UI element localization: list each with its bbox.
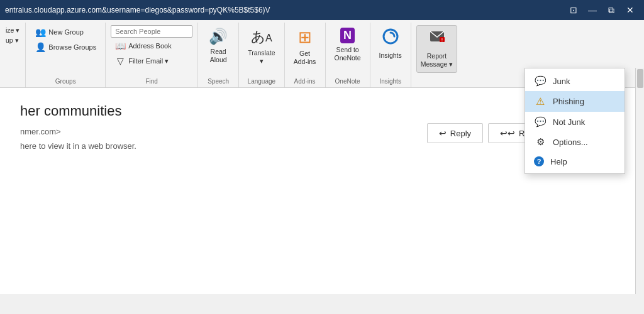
ribbon-onenote-section: N Send toOneNote OneNote bbox=[326, 23, 370, 87]
ribbon-report-section: ! ReportMessage ▾ bbox=[411, 23, 463, 87]
addins-section-label: Add-ins bbox=[294, 78, 316, 87]
addins-items: ⊞ GetAdd-ins bbox=[290, 25, 320, 78]
ribbon-find-section: 📖 Address Book ▽ Filter Email ▾ Find bbox=[106, 23, 198, 87]
search-people-input[interactable] bbox=[111, 25, 192, 38]
translate-icon: あA bbox=[251, 28, 272, 46]
translate-label: Translate▾ bbox=[248, 49, 275, 65]
not-junk-icon: 💬 bbox=[534, 116, 547, 127]
help-icon: ? bbox=[534, 156, 544, 166]
junk-label: Junk bbox=[553, 77, 570, 86]
address-book-btn[interactable]: 📖 Address Book bbox=[111, 39, 192, 53]
minimize-btn[interactable]: — bbox=[584, 3, 601, 18]
get-addins-btn[interactable]: ⊞ GetAdd-ins bbox=[290, 25, 320, 73]
dropdown-item-junk[interactable]: 💬 Junk bbox=[525, 71, 625, 91]
browse-groups-btn[interactable]: 👤 Browse Groups bbox=[31, 40, 100, 54]
ribbon-left-cut: ize ▾ up ▾ bbox=[0, 23, 26, 87]
dropdown-item-options[interactable]: ⚙ Options... bbox=[525, 132, 625, 152]
report-items: ! ReportMessage ▾ bbox=[416, 25, 458, 85]
filter-email-icon: ▽ bbox=[114, 56, 126, 66]
insights-label: Insights bbox=[379, 51, 402, 60]
groups-btn-group: 👥 New Group 👤 Browse Groups bbox=[31, 25, 100, 73]
title-bar: entralus.cloudapp.azure.com&username=die… bbox=[0, 0, 644, 20]
filter-email-btn[interactable]: ▽ Filter Email ▾ bbox=[111, 54, 192, 68]
new-group-icon: 👥 bbox=[35, 27, 46, 37]
read-aloud-label: ReadAloud bbox=[210, 48, 227, 63]
report-message-btn[interactable]: ! ReportMessage ▾ bbox=[416, 25, 458, 73]
find-section-label: Find bbox=[145, 78, 157, 87]
scrollbar[interactable] bbox=[635, 68, 644, 294]
cut-label bbox=[4, 85, 21, 87]
read-aloud-icon: 🔊 bbox=[209, 28, 228, 45]
window-controls: ⊡ — ⧉ ✕ bbox=[565, 3, 639, 18]
onenote-label: Send toOneNote bbox=[335, 46, 361, 62]
ribbon-speech-section: 🔊 ReadAloud Speech bbox=[198, 23, 239, 87]
get-addins-icon: ⊞ bbox=[298, 28, 312, 47]
ribbon-insights-section: Insights Insights bbox=[370, 23, 411, 87]
report-message-dropdown: 💬 Junk ⚠ Phishing 💬 Not Junk ⚙ Options..… bbox=[525, 68, 625, 174]
up-btn[interactable]: up ▾ bbox=[4, 35, 21, 45]
options-label: Options... bbox=[553, 138, 588, 147]
options-icon: ⚙ bbox=[534, 136, 547, 148]
new-group-btn[interactable]: 👥 New Group bbox=[31, 25, 100, 39]
insights-items: Insights bbox=[375, 25, 406, 78]
speech-items: 🔊 ReadAloud bbox=[203, 25, 233, 78]
send-to-onenote-btn[interactable]: N Send toOneNote bbox=[331, 25, 365, 73]
find-btn-group: 📖 Address Book ▽ Filter Email ▾ bbox=[111, 25, 192, 73]
restore-btn[interactable]: ⊡ bbox=[565, 3, 582, 18]
reply-label: Reply bbox=[450, 129, 471, 138]
groups-section-label: Groups bbox=[55, 78, 76, 87]
language-section-label: Language bbox=[248, 78, 276, 87]
close-btn[interactable]: ✕ bbox=[621, 3, 639, 18]
help-label: Help bbox=[550, 157, 567, 166]
report-message-icon: ! bbox=[428, 28, 446, 50]
report-message-label: ReportMessage ▾ bbox=[421, 52, 453, 68]
dropdown-item-help[interactable]: ? Help bbox=[525, 152, 625, 171]
reply-icon: ↩ bbox=[439, 128, 447, 138]
reply-btn[interactable]: ↩ Reply bbox=[427, 123, 483, 143]
phishing-icon: ⚠ bbox=[534, 95, 547, 107]
onenote-items: N Send toOneNote bbox=[331, 25, 365, 78]
ribbon-language-section: あA Translate▾ Language bbox=[239, 23, 284, 87]
dropdown-item-phishing[interactable]: ⚠ Phishing bbox=[525, 91, 625, 112]
scrollbar-thumb[interactable] bbox=[637, 69, 643, 88]
size-btn[interactable]: ize ▾ bbox=[4, 25, 21, 35]
insights-icon bbox=[382, 28, 399, 49]
language-items: あA Translate▾ bbox=[244, 25, 279, 78]
address-book-icon: 📖 bbox=[114, 41, 126, 51]
speech-section-label: Speech bbox=[208, 78, 229, 87]
read-aloud-btn[interactable]: 🔊 ReadAloud bbox=[203, 25, 233, 73]
onenote-icon: N bbox=[340, 28, 355, 43]
translate-btn[interactable]: あA Translate▾ bbox=[244, 25, 279, 73]
dropdown-item-not-junk[interactable]: 💬 Not Junk bbox=[525, 112, 625, 132]
groups-items: 👥 New Group 👤 Browse Groups bbox=[31, 25, 100, 78]
onenote-section-label: OneNote bbox=[335, 78, 360, 87]
get-addins-label: GetAdd-ins bbox=[294, 50, 316, 65]
not-junk-label: Not Junk bbox=[553, 117, 585, 127]
phishing-label: Phishing bbox=[553, 97, 584, 106]
insights-section-label: Insights bbox=[379, 78, 401, 87]
reply-all-icon: ↩↩ bbox=[500, 128, 515, 138]
maximize-btn[interactable]: ⧉ bbox=[602, 3, 620, 18]
svg-point-0 bbox=[384, 30, 397, 43]
insights-btn[interactable]: Insights bbox=[375, 25, 406, 73]
svg-text:!: ! bbox=[441, 38, 442, 42]
ribbon-groups-section: 👥 New Group 👤 Browse Groups Groups bbox=[26, 23, 106, 87]
find-items: 📖 Address Book ▽ Filter Email ▾ bbox=[111, 25, 192, 78]
url-bar: entralus.cloudapp.azure.com&username=die… bbox=[5, 6, 565, 14]
browse-groups-icon: 👤 bbox=[35, 42, 46, 52]
junk-icon: 💬 bbox=[534, 75, 547, 87]
ribbon-addins-section: ⊞ GetAdd-ins Add-ins bbox=[285, 23, 326, 87]
